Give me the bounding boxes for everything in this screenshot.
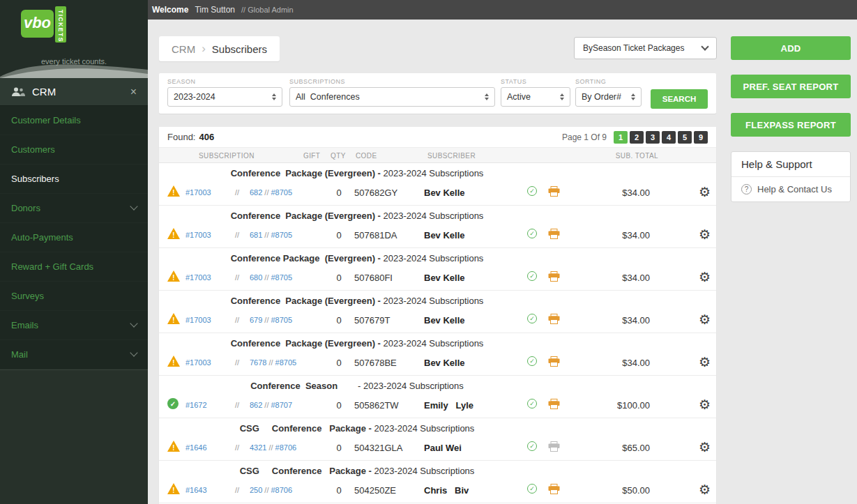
separator: // xyxy=(264,231,268,239)
printer-icon[interactable] xyxy=(548,229,572,242)
gear-icon[interactable] xyxy=(699,313,716,327)
order-link[interactable]: #17003 xyxy=(185,273,225,282)
printer-icon[interactable] xyxy=(548,314,572,327)
subtotal-value: $34.00 xyxy=(572,230,650,240)
qty-value: 0 xyxy=(324,443,354,453)
season-select[interactable]: 2023-2024 xyxy=(167,87,282,107)
page-title: Subscribers xyxy=(212,43,267,55)
printer-icon[interactable] xyxy=(548,441,572,455)
page-button-2[interactable]: 2 xyxy=(630,131,644,144)
filter-bar: SEASON 2023-2024 SUBSCRIPTIONS All Confe… xyxy=(159,73,716,114)
logo-swoosh-decoration xyxy=(0,60,148,78)
confirm-circle-icon[interactable] xyxy=(527,186,537,196)
subscriptions-select[interactable]: All Conferences xyxy=(289,87,495,107)
page-button-4[interactable]: 4 xyxy=(662,131,676,144)
confirm-circle-icon[interactable] xyxy=(527,229,537,238)
main-content: CRM › Subscribers BySeason Ticket Packag… xyxy=(148,20,857,504)
subscription-id-link[interactable]: 862 xyxy=(250,401,262,409)
subscription-season: 2023-2024 Subscriptions xyxy=(372,466,474,476)
order-link[interactable]: #17003 xyxy=(185,358,225,367)
sidebar-menu: Customer Details Customers Subscribers D… xyxy=(0,106,148,370)
gear-icon[interactable] xyxy=(699,398,716,412)
view-mode-dropdown[interactable]: BySeason Ticket Packages xyxy=(574,37,717,59)
sidebar-item-customers[interactable]: Customers xyxy=(0,135,148,165)
page-button-5[interactable]: 5 xyxy=(678,131,692,144)
printer-icon[interactable] xyxy=(548,399,572,412)
topbar: Welcome Tim Sutton // Global Admin xyxy=(148,0,857,20)
confirm-circle-icon[interactable] xyxy=(527,441,537,451)
confirm-circle-icon[interactable] xyxy=(527,314,537,323)
subscription-name: CSG Conference Package - xyxy=(240,466,372,476)
chevron-down-icon xyxy=(130,202,137,210)
sidebar-item-label: Customers xyxy=(11,144,55,155)
order-link[interactable]: #1643 xyxy=(185,486,225,494)
gear-icon[interactable] xyxy=(699,185,716,199)
order-link[interactable]: #17003 xyxy=(185,231,225,239)
printer-icon[interactable] xyxy=(548,271,572,284)
printer-icon[interactable] xyxy=(548,356,572,369)
gear-icon[interactable] xyxy=(699,441,716,455)
subscription-id-link[interactable]: 681 xyxy=(250,231,262,239)
package-id-link[interactable]: #8706 xyxy=(271,486,292,494)
order-link[interactable]: #1672 xyxy=(185,401,225,409)
sidebar-item-reward-gift-cards[interactable]: Reward + Gift Cards xyxy=(0,252,148,282)
gear-icon[interactable] xyxy=(699,356,716,369)
close-icon[interactable]: × xyxy=(130,86,137,98)
package-id-link[interactable]: #8705 xyxy=(271,188,292,197)
search-button[interactable]: SEARCH xyxy=(651,89,708,109)
vbo-logo[interactable]: vbo TICKETS xyxy=(21,6,66,43)
help-contact-link[interactable]: Help & Contact Us xyxy=(731,177,850,201)
page-button-1[interactable]: 1 xyxy=(614,131,628,144)
sidebar-item-emails[interactable]: Emails xyxy=(0,311,148,340)
subscriber-name: Bev Kelle xyxy=(424,230,527,240)
pref-seat-report-button[interactable]: PREF. SEAT REPORT xyxy=(731,75,851,98)
confirm-circle-icon[interactable] xyxy=(527,271,537,281)
package-id-link[interactable]: #8707 xyxy=(271,401,292,409)
subscription-id-link[interactable]: 679 xyxy=(250,316,262,324)
separator: // xyxy=(264,486,268,494)
separator: // xyxy=(225,273,250,282)
subtotal-value: $34.00 xyxy=(572,273,650,283)
help-support-panel: Help & Support Help & Contact Us xyxy=(731,151,851,202)
current-user[interactable]: Tim Sutton xyxy=(195,5,235,15)
vbo-logo-tickets-label: TICKETS xyxy=(55,6,66,43)
status-select[interactable]: Active xyxy=(501,87,570,107)
printer-icon[interactable] xyxy=(548,484,572,497)
sidebar-item-auto-payments[interactable]: Auto-Payments xyxy=(0,223,148,252)
page-button-3[interactable]: 3 xyxy=(646,131,660,144)
package-id-link[interactable]: #8705 xyxy=(271,316,292,324)
package-id-link[interactable]: #8705 xyxy=(271,231,292,239)
sidebar-item-surveys[interactable]: Surveys xyxy=(0,282,148,311)
printer-icon[interactable] xyxy=(548,186,572,199)
sidebar-item-customer-details[interactable]: Customer Details xyxy=(0,106,148,135)
gear-icon[interactable] xyxy=(699,228,716,242)
subscription-id-link[interactable]: 680 xyxy=(250,273,262,282)
add-button[interactable]: ADD xyxy=(731,36,851,60)
package-id-link[interactable]: #8705 xyxy=(271,273,292,282)
package-id-link[interactable]: #8706 xyxy=(275,443,297,452)
table-header: SUBSCRIPTION GIFT QTY CODE SUBSCRIBER SU… xyxy=(159,148,716,163)
package-id-link[interactable]: #8705 xyxy=(275,358,297,367)
order-link[interactable]: #17003 xyxy=(185,316,225,324)
sidebar-item-mail[interactable]: Mail xyxy=(0,340,148,369)
order-link[interactable]: #1646 xyxy=(185,443,225,452)
sorting-select[interactable]: By Order# xyxy=(575,87,642,107)
subscription-id-link[interactable]: 4321 xyxy=(250,443,266,452)
breadcrumb-parent[interactable]: CRM xyxy=(172,43,195,55)
subscription-id-link[interactable]: 682 xyxy=(250,188,262,197)
page-button-9[interactable]: 9 xyxy=(694,131,708,144)
sidebar-item-donors[interactable]: Donors xyxy=(0,194,148,223)
sidebar-item-subscribers[interactable]: Subscribers xyxy=(0,165,148,194)
subscription-season: 2023-2024 Subscriptions xyxy=(381,168,483,178)
subscription-id-link[interactable]: 250 xyxy=(250,486,262,494)
confirm-circle-icon[interactable] xyxy=(527,484,537,494)
gear-icon[interactable] xyxy=(699,270,716,284)
gear-icon[interactable] xyxy=(699,483,716,497)
right-column: ADD PREF. SEAT REPORT FLEXPASS REPORT He… xyxy=(731,36,851,202)
subscription-id-link[interactable]: 7678 xyxy=(250,358,266,367)
table-row: CSG Conference Package - 2023-2024 Subsc… xyxy=(159,418,716,461)
confirm-circle-icon[interactable] xyxy=(527,399,537,408)
order-link[interactable]: #17003 xyxy=(185,188,225,197)
confirm-circle-icon[interactable] xyxy=(527,356,537,366)
flexpass-report-button[interactable]: FLEXPASS REPORT xyxy=(731,113,851,137)
